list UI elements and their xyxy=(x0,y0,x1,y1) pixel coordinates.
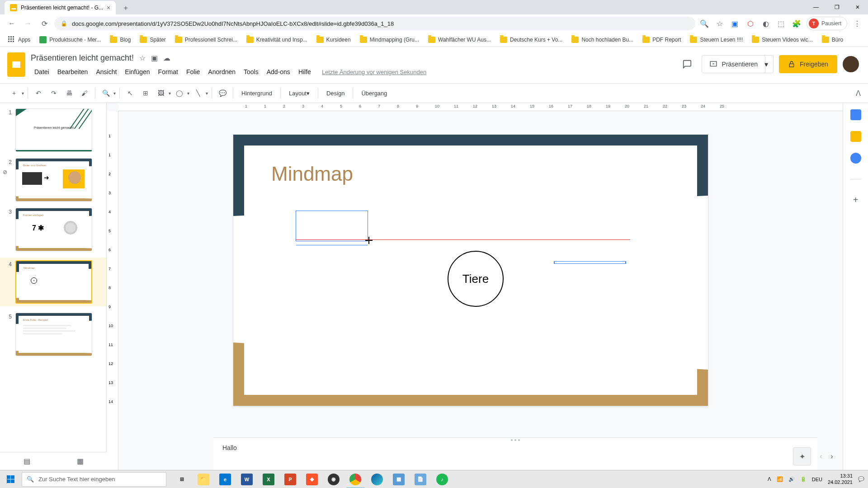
close-window-button[interactable]: ✕ xyxy=(847,0,868,14)
notifications-icon[interactable]: 💬 xyxy=(858,476,864,482)
edge-legacy-icon[interactable]: e xyxy=(214,470,236,488)
bookmark-item[interactable]: Büro xyxy=(818,35,847,45)
incognito-icon[interactable]: ◐ xyxy=(760,18,771,29)
powerpoint-icon[interactable]: P xyxy=(279,470,301,488)
puzzle-icon[interactable]: 🧩 xyxy=(791,18,802,29)
app-icon[interactable]: ▦ xyxy=(388,470,410,488)
menu-bearbeiten[interactable]: Bearbeiten xyxy=(54,66,92,77)
slide-thumbnail[interactable]: Präsentieren leicht gemacht! xyxy=(15,108,92,152)
bookmark-item[interactable]: Steuern Lesen !!!! xyxy=(686,35,746,45)
share-button[interactable]: Freigeben xyxy=(779,55,837,73)
paint-format-button[interactable]: 🖌 xyxy=(78,86,91,100)
shape-dropdown[interactable]: ▾ xyxy=(187,91,189,96)
bookmark-apps[interactable]: Apps xyxy=(5,34,34,45)
reload-button[interactable]: ⟳ xyxy=(38,17,51,30)
bookmark-item[interactable]: PDF Report xyxy=(639,35,684,45)
obs-icon[interactable]: ◉ xyxy=(323,470,344,488)
drawing-rectangle[interactable] xyxy=(296,211,368,241)
battery-icon[interactable]: 🔋 xyxy=(800,476,807,482)
design-button[interactable]: Design xyxy=(322,86,349,100)
menu-format[interactable]: Format xyxy=(155,66,182,77)
browser-tab[interactable]: ▬ Präsentieren leicht gemacht! - G... × xyxy=(5,1,116,14)
taskbar-search[interactable]: 🔍 Zur Suche Text hier eingeben xyxy=(22,472,166,487)
bookmark-item[interactable]: Professionell Schrei... xyxy=(171,35,241,45)
menu-hilfe[interactable]: Hilfe xyxy=(295,66,315,77)
close-tab-icon[interactable]: × xyxy=(107,4,110,11)
comments-button[interactable] xyxy=(678,55,696,73)
line-dropdown[interactable]: ▾ xyxy=(206,91,208,96)
excel-icon[interactable]: X xyxy=(258,470,279,488)
extensions-icon[interactable]: ⬚ xyxy=(776,18,787,29)
word-icon[interactable]: W xyxy=(236,470,258,488)
zoom-icon[interactable]: 🔍 xyxy=(699,18,710,29)
next-button[interactable]: › xyxy=(826,447,837,465)
menu-anordnen[interactable]: Anordnen xyxy=(204,66,239,77)
system-clock[interactable]: 13:31 24.02.2021 xyxy=(828,473,853,485)
add-panel-icon[interactable]: + xyxy=(853,195,859,205)
prev-button[interactable]: ‹ xyxy=(816,447,826,465)
bookmark-item[interactable]: Steuern Videos wic... xyxy=(748,35,816,45)
slide-thumbnail[interactable]: Bilder und Grafiken ➜ xyxy=(15,158,92,202)
slides-logo-icon[interactable] xyxy=(7,52,25,77)
bookmark-item[interactable]: Noch hochladen Bu... xyxy=(568,35,637,45)
shape-rectangle[interactable] xyxy=(554,261,626,264)
slide-thumbnail-active[interactable]: Mindmap ⚬ xyxy=(15,260,92,304)
slide-thumbnail[interactable]: Formen einfügen 7 ✱ xyxy=(15,208,92,251)
bookmark-item[interactable]: Deutsche Kurs + Vo... xyxy=(496,35,566,45)
textbox-tool[interactable]: ⊞ xyxy=(139,86,152,100)
move-doc-icon[interactable]: ▣ xyxy=(151,54,158,62)
filmstrip-view-icon[interactable]: ▤ xyxy=(24,457,30,465)
bookmark-item[interactable]: Mindmapping (Gru... xyxy=(356,35,423,45)
slide-thumbnail[interactable]: Erste Folie - Beispiel xyxy=(15,313,92,356)
keep-icon[interactable] xyxy=(850,131,861,142)
print-button[interactable]: 🖶 xyxy=(62,86,76,100)
comment-tool[interactable]: 💬 xyxy=(216,86,229,100)
bookmark-item[interactable]: Kreativität und Insp... xyxy=(243,35,311,45)
new-slide-button[interactable]: + xyxy=(7,86,21,100)
line-tool[interactable]: ╲ xyxy=(191,86,205,100)
calendar-icon[interactable] xyxy=(850,109,861,120)
speaker-notes[interactable]: Hallo xyxy=(213,437,817,470)
wifi-icon[interactable]: 📶 xyxy=(777,476,783,482)
star-doc-icon[interactable]: ☆ xyxy=(139,54,146,62)
notes-text[interactable]: Hallo xyxy=(213,442,817,453)
bookmark-item[interactable]: Kursideen xyxy=(313,35,354,45)
chrome-icon[interactable] xyxy=(344,470,366,488)
canvas-area[interactable]: 1123456789101112131415161718192021222324… xyxy=(107,103,843,470)
image-dropdown[interactable]: ▾ xyxy=(169,91,171,96)
bookmark-item[interactable]: Später xyxy=(136,35,169,45)
last-edit-text[interactable]: Letzte Änderung vor wenigen Sekunden xyxy=(322,69,426,75)
tasks-icon[interactable] xyxy=(850,153,861,164)
select-tool[interactable]: ↖ xyxy=(123,86,137,100)
slide-canvas[interactable]: Mindmap Tiere xyxy=(233,135,708,406)
menu-datei[interactable]: Datei xyxy=(31,66,53,77)
extension-icon[interactable]: ⬡ xyxy=(745,18,756,29)
spotify-icon[interactable]: ♪ xyxy=(431,470,453,488)
forward-button[interactable]: → xyxy=(22,17,34,30)
cloud-status-icon[interactable]: ☁ xyxy=(163,54,170,62)
menu-ansicht[interactable]: Ansicht xyxy=(92,66,120,77)
file-explorer-icon[interactable]: 📁 xyxy=(193,470,214,488)
language-indicator[interactable]: DEU xyxy=(812,477,822,482)
zoom-button[interactable]: 🔍 xyxy=(99,86,113,100)
menu-icon[interactable]: ⋮ xyxy=(852,18,863,29)
new-slide-dropdown[interactable]: ▾ xyxy=(22,91,24,96)
explore-button[interactable]: ✦ xyxy=(793,447,811,465)
grid-view-icon[interactable]: ▦ xyxy=(77,457,84,465)
volume-icon[interactable]: 🔊 xyxy=(788,476,795,482)
qr-icon[interactable]: ▣ xyxy=(730,18,741,29)
edge-icon[interactable] xyxy=(366,470,388,488)
maximize-button[interactable]: ❐ xyxy=(826,0,847,14)
notes-resize-handle[interactable] xyxy=(213,438,817,442)
tray-chevron-icon[interactable]: ᐱ xyxy=(768,476,771,482)
shape-tool[interactable]: ◯ xyxy=(173,86,186,100)
task-view-icon[interactable]: ⊞ xyxy=(171,470,193,488)
layout-button[interactable]: Layout ▾ xyxy=(284,86,314,100)
new-tab-button[interactable]: + xyxy=(119,2,132,14)
slide-title[interactable]: Mindmap xyxy=(271,163,353,185)
brave-icon[interactable]: ◆ xyxy=(301,470,323,488)
present-button[interactable]: Präsentieren xyxy=(702,55,765,73)
redo-button[interactable]: ↷ xyxy=(47,86,61,100)
bookmark-item[interactable]: Produktsuche - Mer... xyxy=(36,34,104,45)
present-dropdown[interactable]: ▾ xyxy=(760,55,774,73)
